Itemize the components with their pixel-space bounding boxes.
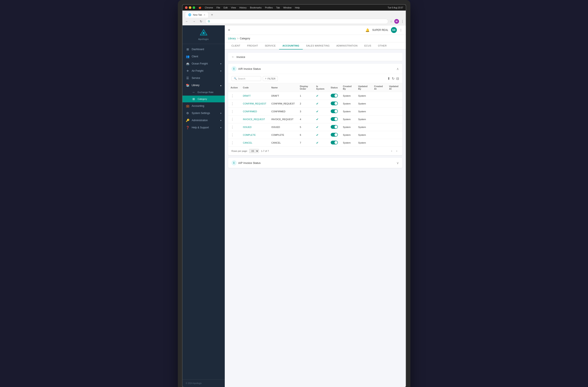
mac-menu-edit[interactable]: Edit bbox=[224, 6, 228, 9]
ar-invoice-card: ℹ A/R Invoice Status ∧ 🔍 Search bbox=[228, 64, 402, 155]
browser-menu-icon[interactable]: ⋮ bbox=[401, 20, 404, 23]
row-name: INVOICE_REQUEST bbox=[269, 115, 297, 123]
mac-menu-profiles[interactable]: Profiles bbox=[265, 6, 273, 9]
ar-search-box[interactable]: 🔍 Search bbox=[231, 76, 261, 81]
sidebar-item-ocean-freight[interactable]: 🚢 Ocean Freight ▾ bbox=[183, 60, 225, 67]
status-toggle[interactable] bbox=[331, 133, 338, 137]
sidebar-item-help-support[interactable]: ❓ Help & Support ▾ bbox=[183, 124, 225, 131]
sidebar-item-library[interactable]: 📚 Library ▴ bbox=[183, 82, 225, 89]
tab-sales-marketing[interactable]: SALES MARKETING bbox=[303, 42, 333, 49]
row-display-order: 5 bbox=[297, 123, 314, 131]
row-code[interactable]: COMPLETE bbox=[240, 131, 269, 139]
sidebar-item-administration[interactable]: 🔑 Administration ▾ bbox=[183, 117, 225, 124]
sidebar-item-dashboard[interactable]: ⊞ Dashboard bbox=[183, 46, 225, 53]
row-code[interactable]: CANCEL bbox=[240, 139, 269, 147]
row-action[interactable]: ⋮ bbox=[228, 100, 240, 108]
tab-administration[interactable]: ADMINISTRATION bbox=[333, 42, 361, 49]
mac-menu-window[interactable]: Window bbox=[283, 6, 292, 9]
sidebar-item-air-freight[interactable]: ✈ Air Freight ▾ bbox=[183, 67, 225, 74]
mac-menu-help[interactable]: Help bbox=[295, 6, 300, 9]
row-code[interactable]: DRAFT bbox=[240, 92, 269, 100]
row-display-order: 2 bbox=[297, 100, 314, 108]
row-action[interactable]: ⋮ bbox=[228, 123, 240, 131]
row-code[interactable]: CONFIRM_REQUEST bbox=[240, 100, 269, 108]
user-avatar[interactable]: SR bbox=[391, 27, 397, 33]
row-action[interactable]: ⋮ bbox=[228, 115, 240, 123]
row-code[interactable]: ISSUED bbox=[240, 123, 269, 131]
profile-icon[interactable]: M bbox=[394, 19, 399, 24]
refresh-icon[interactable]: ↻ bbox=[392, 77, 395, 81]
sidebar-sub-category-label: Category bbox=[198, 98, 207, 100]
rows-per-page-select[interactable]: 15 25 50 bbox=[249, 149, 259, 153]
row-status[interactable] bbox=[328, 115, 340, 123]
row-action[interactable]: ⋮ bbox=[228, 131, 240, 139]
sidebar-item-accounting[interactable]: 💼 Accounting bbox=[183, 102, 225, 109]
tab-other[interactable]: OTHER bbox=[375, 42, 390, 49]
bookmark-icon[interactable]: ☆ bbox=[390, 20, 393, 23]
ar-collapse-btn[interactable]: ∧ bbox=[397, 67, 399, 71]
columns-icon[interactable]: ⊟ bbox=[396, 77, 399, 81]
tab-close-btn[interactable]: ✕ bbox=[204, 14, 205, 16]
tab-freight[interactable]: FREIGHT bbox=[244, 42, 262, 49]
status-toggle[interactable] bbox=[331, 109, 338, 113]
user-name: SUPER REAL bbox=[372, 29, 388, 32]
upload-icon[interactable]: ⬆ bbox=[387, 77, 390, 81]
mac-menu-file[interactable]: File bbox=[216, 6, 220, 9]
administration-chevron: ▾ bbox=[220, 119, 221, 122]
ar-filter-btn[interactable]: ▿ FILTER bbox=[263, 76, 278, 81]
mac-menu-tab[interactable]: Tab bbox=[276, 6, 280, 9]
mac-menu-view[interactable]: View bbox=[231, 6, 236, 9]
browser-tab-active[interactable]: 🌐 New Tab ✕ bbox=[185, 12, 209, 18]
mac-menu-chrome[interactable]: Chrome bbox=[205, 6, 213, 9]
status-toggle[interactable] bbox=[331, 125, 338, 129]
sidebar-item-service[interactable]: ☰ Service bbox=[183, 74, 225, 82]
row-status[interactable] bbox=[328, 131, 340, 139]
tab-add-btn[interactable]: + bbox=[209, 13, 215, 17]
row-action[interactable]: ⋮ bbox=[228, 92, 240, 100]
status-toggle[interactable] bbox=[331, 102, 338, 105]
row-action[interactable]: ⋮ bbox=[228, 139, 240, 147]
status-toggle[interactable] bbox=[331, 117, 338, 121]
row-is-system: ✔ bbox=[314, 92, 328, 100]
row-created-at bbox=[372, 92, 386, 100]
nav-refresh-btn[interactable]: ↻ bbox=[199, 19, 204, 23]
nav-forward-btn[interactable]: → bbox=[191, 19, 197, 23]
traffic-light-red[interactable] bbox=[185, 6, 188, 9]
sidebar-item-library-label: Library bbox=[192, 84, 200, 87]
ap-collapse-btn[interactable]: ∨ bbox=[397, 161, 399, 165]
tab-service[interactable]: SERVICE bbox=[261, 42, 279, 49]
traffic-light-green[interactable] bbox=[193, 6, 195, 9]
row-status[interactable] bbox=[328, 100, 340, 108]
nav-back-btn[interactable]: ← bbox=[184, 19, 190, 23]
row-code[interactable]: INVOICE_REQUEST bbox=[240, 115, 269, 123]
address-bar[interactable]: G bbox=[205, 19, 388, 24]
hamburger-menu[interactable]: ≡ bbox=[228, 28, 230, 32]
address-input[interactable] bbox=[211, 20, 385, 23]
breadcrumb-library[interactable]: Library bbox=[228, 37, 236, 40]
invoice-back-header[interactable]: ← Invoice bbox=[228, 53, 402, 61]
status-toggle[interactable] bbox=[331, 94, 338, 97]
notification-bell[interactable]: 🔔 bbox=[365, 28, 370, 32]
row-status[interactable] bbox=[328, 92, 340, 100]
tab-ecus[interactable]: ECUS bbox=[361, 42, 375, 49]
mac-menu-bookmarks[interactable]: Bookmarks bbox=[250, 6, 262, 9]
page-prev-btn[interactable]: ‹ bbox=[390, 149, 394, 153]
mac-menu-apple[interactable]: 🍎 bbox=[199, 6, 202, 9]
row-code[interactable]: CONFIRMED bbox=[240, 108, 269, 115]
sidebar-item-system-settings[interactable]: ⚙ System Settings ▾ bbox=[183, 109, 225, 117]
mac-menu-history[interactable]: History bbox=[239, 6, 247, 9]
row-status[interactable] bbox=[328, 108, 340, 115]
tab-client[interactable]: CLIENT bbox=[228, 42, 244, 49]
user-menu-icon[interactable]: ⋮ bbox=[399, 28, 402, 32]
row-status[interactable] bbox=[328, 139, 340, 147]
row-status[interactable] bbox=[328, 123, 340, 131]
sidebar-sub-exchange-rate[interactable]: ↔ Exchange Rate bbox=[183, 89, 225, 96]
status-toggle[interactable] bbox=[331, 141, 338, 144]
traffic-light-yellow[interactable] bbox=[189, 6, 191, 9]
page-next-btn[interactable]: › bbox=[395, 149, 399, 153]
page-tabs: CLIENT FREIGHT SERVICE ACCOUNTING SALES … bbox=[225, 42, 406, 49]
tab-accounting[interactable]: ACCOUNTING bbox=[279, 42, 303, 49]
sidebar-sub-category[interactable]: ⊞ Category bbox=[183, 96, 225, 102]
row-action[interactable]: ⋮ bbox=[228, 108, 240, 115]
sidebar-item-client[interactable]: 👥 Client bbox=[183, 53, 225, 60]
